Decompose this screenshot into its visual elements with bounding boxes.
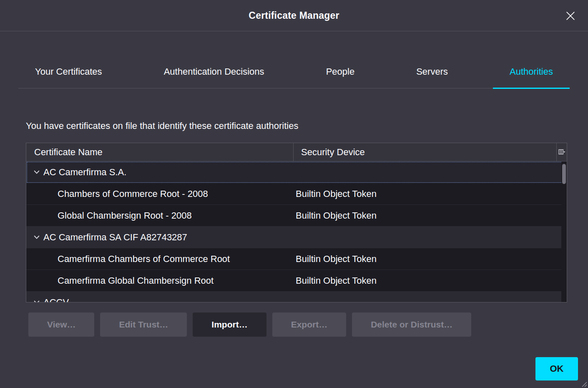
certificate-name-text: Global Chambersign Root - 2008 — [58, 210, 192, 221]
certificate-name-cell: Global Chambersign Root - 2008 — [26, 210, 294, 221]
tab-people[interactable]: People — [309, 66, 372, 88]
delete-or-distrust-button[interactable]: Delete or Distrust… — [352, 312, 471, 337]
tab-bar: Your CertificatesAuthentication Decision… — [18, 66, 570, 88]
tab-authentication-decisions[interactable]: Authentication Decisions — [147, 66, 281, 88]
table-body: AC Camerfirma S.A.Chambers of Commerce R… — [26, 161, 567, 302]
security-device-cell: Builtin Object Token — [294, 189, 567, 199]
certificate-name-cell: Camerfirma Chambers of Commerce Root — [26, 254, 294, 265]
chevron-down-icon[interactable] — [34, 170, 40, 174]
ok-button[interactable]: OK — [535, 357, 578, 380]
tab-servers[interactable]: Servers — [400, 66, 465, 88]
view-button[interactable]: View… — [28, 312, 94, 337]
table-row[interactable]: ACCV — [26, 292, 567, 302]
chevron-down-icon[interactable] — [34, 235, 40, 239]
certificate-name-text: ACCV — [43, 297, 69, 302]
close-button[interactable] — [564, 9, 577, 23]
certificate-name-cell: Chambers of Commerce Root - 2008 — [26, 189, 294, 199]
security-device-cell: Builtin Object Token — [294, 210, 567, 221]
security-device-cell: Builtin Object Token — [294, 275, 567, 286]
export-button[interactable]: Export… — [272, 312, 347, 337]
authorities-table: Certificate Name Security Device AC Came… — [26, 143, 567, 302]
column-header-certificate-name[interactable]: Certificate Name — [26, 143, 294, 161]
certificate-name-cell: Camerfirma Global Chambersign Root — [26, 275, 294, 286]
certificate-name-text: AC Camerfirma SA CIF A82743287 — [43, 232, 187, 243]
action-button-row: View…Edit Trust…Import…Export…Delete or … — [28, 312, 588, 337]
certificate-name-text: Camerfirma Global Chambersign Root — [58, 275, 214, 286]
table-caption: You have certificates on file that ident… — [26, 121, 562, 131]
certificate-name-cell: AC Camerfirma SA CIF A82743287 — [26, 232, 294, 243]
certificate-name-text: AC Camerfirma S.A. — [43, 167, 126, 178]
tab-authorities[interactable]: Authorities — [493, 66, 570, 88]
column-header-security-device[interactable]: Security Device — [294, 143, 556, 161]
tab-your-certificates[interactable]: Your Certificates — [18, 66, 119, 88]
resize-handle[interactable] — [580, 380, 587, 387]
certificate-name-cell: ACCV — [26, 297, 294, 302]
table-row[interactable]: AC Camerfirma S.A. — [26, 161, 567, 183]
chevron-down-icon[interactable] — [34, 300, 40, 302]
import-button[interactable]: Import… — [193, 312, 266, 337]
scrollbar-thumb[interactable] — [562, 164, 566, 184]
title-bar: Certificate Manager — [0, 0, 588, 31]
column-picker-button[interactable] — [556, 143, 567, 161]
dialog-title: Certificate Manager — [249, 10, 339, 21]
column-picker-icon — [558, 149, 565, 156]
table-row[interactable]: Global Chambersign Root - 2008Builtin Ob… — [26, 205, 567, 227]
table-row[interactable]: Camerfirma Global Chambersign RootBuilti… — [26, 270, 567, 292]
certificate-name-cell: AC Camerfirma S.A. — [26, 167, 294, 178]
table-row[interactable]: AC Camerfirma SA CIF A82743287 — [26, 227, 567, 248]
table-row[interactable]: Chambers of Commerce Root - 2008Builtin … — [26, 183, 567, 205]
close-icon — [566, 11, 575, 20]
table-row[interactable]: Camerfirma Chambers of Commerce RootBuil… — [26, 248, 567, 270]
security-device-cell: Builtin Object Token — [294, 254, 567, 265]
certificate-name-text: Camerfirma Chambers of Commerce Root — [58, 254, 230, 265]
table-header: Certificate Name Security Device — [26, 143, 567, 161]
certificate-name-text: Chambers of Commerce Root - 2008 — [58, 189, 208, 199]
vertical-scrollbar[interactable] — [561, 161, 567, 302]
edit-trust-button[interactable]: Edit Trust… — [100, 312, 187, 337]
